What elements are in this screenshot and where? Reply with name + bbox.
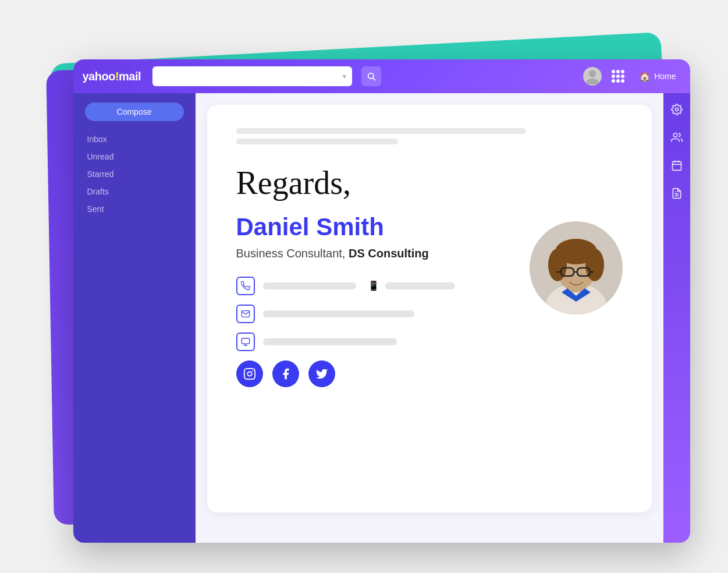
contacts-icon[interactable] [669,129,685,146]
sidebar-item-drafts[interactable]: Drafts [73,183,196,200]
search-button[interactable] [361,66,381,86]
phone-placeholder-1 [263,282,356,289]
email-loading-bars [236,128,623,144]
svg-point-23 [673,133,677,137]
sidebar-item-sent[interactable]: Sent [73,200,196,218]
website-placeholder [263,338,397,345]
phone-placeholder-2 [385,282,455,289]
contact-website-row [236,333,623,351]
search-bar[interactable]: ▾ [152,66,352,86]
apps-grid-icon[interactable] [609,67,627,86]
website-icon [236,333,255,351]
home-button[interactable]: 🏠 Home [634,69,680,84]
home-icon: 🏠 [639,71,651,82]
yahoo-logo: yahoo!mail [83,70,141,83]
regards-text: Regards, [236,165,623,201]
header: yahoo!mail ▾ [73,59,690,93]
scene: yahoo!mail ▾ [44,36,684,537]
email-content: Regards, Daniel Smith Business Consultan… [196,93,663,543]
twitter-icon[interactable] [308,360,335,387]
svg-rect-24 [672,161,681,170]
svg-point-8 [247,372,251,376]
instagram-icon[interactable] [236,360,263,387]
calendar-icon[interactable] [669,157,685,174]
email-card: Regards, Daniel Smith Business Consultan… [207,105,652,512]
svg-line-1 [373,78,375,80]
loading-bar-1 [236,128,526,134]
svg-point-3 [587,79,599,85]
search-input[interactable] [158,72,339,81]
sidebar: Compose Inbox Unread Starred Drafts Sent [73,93,196,543]
facebook-icon[interactable] [272,360,299,387]
svg-rect-7 [244,368,254,379]
settings-icon[interactable] [669,101,685,118]
browser-window: yahoo!mail ▾ [73,59,690,543]
svg-point-22 [675,108,678,111]
email-icon [236,305,255,323]
avatar[interactable] [583,67,602,86]
sidebar-item-unread[interactable]: Unread [73,148,196,165]
home-label: Home [654,72,676,81]
sig-company: DS Consulting [349,247,429,260]
main-content: Compose Inbox Unread Starred Drafts Sent… [73,93,690,543]
svg-rect-4 [242,338,249,344]
social-row [236,360,623,387]
sig-avatar [530,221,623,314]
phone-icon [236,277,255,295]
compose-button[interactable]: Compose [85,102,184,121]
notes-icon[interactable] [669,185,685,201]
sidebar-item-starred[interactable]: Starred [73,165,196,183]
email-placeholder [263,310,414,317]
right-toolbar [663,93,690,543]
svg-point-9 [252,370,253,372]
sidebar-item-inbox[interactable]: Inbox [73,130,196,148]
mobile-icon: 📱 [368,280,379,291]
svg-point-2 [589,70,596,77]
chevron-down-icon: ▾ [343,73,346,80]
loading-bar-2 [236,139,399,144]
sig-title-text: Business Consultant, [236,247,349,260]
